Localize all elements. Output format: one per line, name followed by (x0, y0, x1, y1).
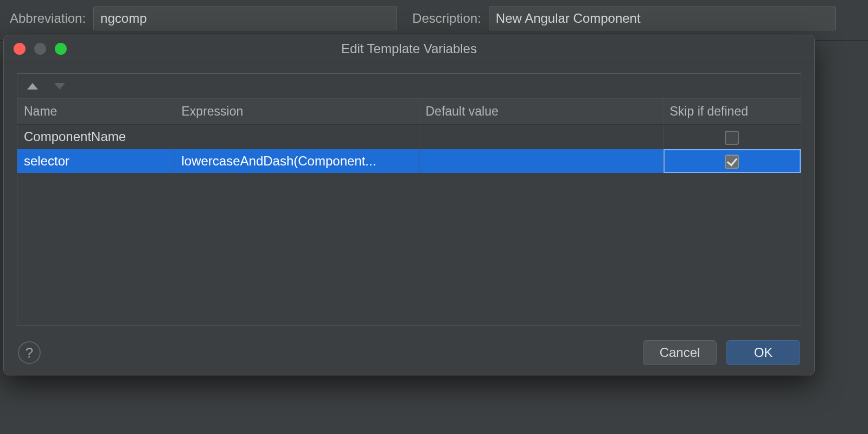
table-toolbar (17, 74, 801, 99)
cell-expression[interactable]: lowercaseAndDash(Component... (175, 149, 419, 174)
help-icon: ? (25, 344, 33, 361)
table-row[interactable]: ComponentName (17, 125, 801, 149)
minimize-icon[interactable] (34, 43, 46, 55)
dialog-body: Name Expression Default value Skip if de… (4, 62, 814, 330)
description-group: Description: (412, 7, 836, 30)
table-header-row: Name Expression Default value Skip if de… (17, 99, 801, 125)
zoom-icon[interactable] (55, 43, 67, 55)
variables-table-container: Name Expression Default value Skip if de… (17, 73, 801, 326)
abbreviation-input[interactable] (93, 7, 397, 30)
window-controls (14, 43, 67, 55)
column-header-default-value[interactable]: Default value (419, 99, 663, 125)
move-up-button[interactable] (25, 79, 40, 94)
arrow-up-icon (27, 83, 38, 90)
cell-name[interactable]: ComponentName (17, 125, 175, 149)
arrow-down-icon (54, 83, 65, 90)
close-icon[interactable] (14, 43, 25, 55)
description-input[interactable] (489, 7, 836, 30)
edit-template-variables-dialog: Edit Template Variables Name Expression … (3, 35, 815, 375)
variables-table[interactable]: Name Expression Default value Skip if de… (17, 99, 801, 173)
skip-checkbox[interactable] (725, 155, 739, 169)
column-header-name[interactable]: Name (17, 99, 175, 125)
dialog-titlebar: Edit Template Variables (4, 35, 814, 62)
dialog-footer: ? Cancel OK (4, 330, 814, 375)
skip-checkbox[interactable] (725, 131, 739, 145)
column-header-expression[interactable]: Expression (175, 99, 419, 125)
abbreviation-group: Abbreviation: (10, 7, 397, 30)
ok-button[interactable]: OK (726, 340, 800, 365)
cell-name[interactable]: selector (17, 149, 175, 174)
column-header-skip-if-defined[interactable]: Skip if defined (663, 99, 801, 125)
table-row[interactable]: selectorlowercaseAndDash(Component... (17, 149, 801, 174)
cell-default-value[interactable] (419, 149, 663, 174)
cancel-button[interactable]: Cancel (643, 340, 717, 365)
dialog-title: Edit Template Variables (341, 41, 477, 56)
move-down-button[interactable] (52, 79, 67, 94)
table-empty-area (17, 173, 801, 326)
help-button[interactable]: ? (18, 341, 41, 364)
cell-skip-if-defined[interactable] (663, 125, 801, 149)
cell-expression[interactable] (175, 125, 419, 149)
abbreviation-label: Abbreviation: (10, 11, 86, 26)
cell-skip-if-defined[interactable] (663, 149, 801, 174)
description-label: Description: (412, 11, 481, 26)
cell-default-value[interactable] (419, 125, 663, 149)
